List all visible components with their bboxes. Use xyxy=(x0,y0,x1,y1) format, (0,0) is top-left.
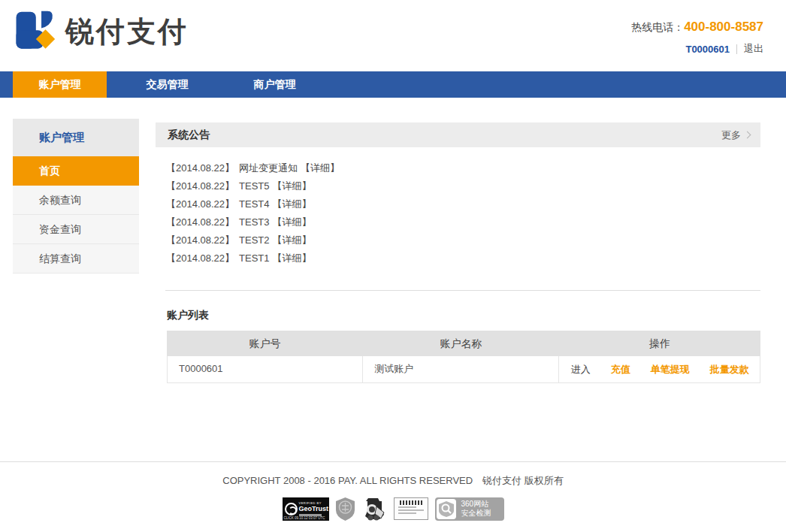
single-withdraw-link[interactable]: 单笔提现 xyxy=(651,357,690,382)
more-label: 更多 xyxy=(721,128,741,142)
column-header-account-name: 账户名称 xyxy=(363,331,559,356)
announcement-title-link[interactable]: TEST1 xyxy=(239,252,269,264)
security-shield-seal[interactable] xyxy=(336,497,355,521)
360-badge-texts: 360网站 安全检测 xyxy=(461,500,491,518)
announcement-title-link[interactable]: TEST2 xyxy=(239,234,269,246)
announcement-date: 【2014.08.22】 xyxy=(166,216,234,228)
geotrust-seal[interactable]: VERIFIED BY GeoTrust CLICK 09.10.12 03:0… xyxy=(283,497,329,521)
geotrust-verified-by: VERIFIED BY xyxy=(299,502,329,505)
page: 锐付支付 热线电话：400-800-8587 T0000601 退出 账户管理 … xyxy=(0,0,786,532)
user-line: T0000601 退出 xyxy=(631,42,763,56)
announcement-item: 【2014.08.22】TEST4【详细】 xyxy=(166,195,760,213)
copyright-text: COPYRIGHT 2008 - 2016 PAY. ALL RIGHTS RE… xyxy=(0,474,786,488)
cell-account-name: 测试账户 xyxy=(363,356,558,382)
announcement-detail-link[interactable]: 【详细】 xyxy=(273,252,312,264)
sidebar-title: 账户管理 xyxy=(13,119,139,156)
enter-link[interactable]: 进入 xyxy=(571,357,591,382)
table-row: T0000601 测试账户 进入 充值 单笔提现 批量发款 xyxy=(167,356,760,383)
geotrust-texts: VERIFIED BY GeoTrust xyxy=(299,502,329,516)
cell-account-no: T0000601 xyxy=(168,356,363,382)
announcement-date: 【2014.08.22】 xyxy=(166,198,234,210)
sidebar-item-balance-query[interactable]: 余额查询 xyxy=(13,186,139,215)
user-id-link[interactable]: T0000601 xyxy=(685,44,730,55)
main-content: 系统公告 更多 【2014.08.22】网址变更通知【详细】 【2014.08.… xyxy=(156,122,760,268)
logo-text: 锐付支付 xyxy=(65,10,189,53)
hotline-label: 热线电话： xyxy=(631,21,684,33)
sidebar-item-home[interactable]: 首页 xyxy=(13,156,139,186)
announcement-date: 【2014.08.22】 xyxy=(166,234,234,246)
geotrust-name: GeoTrust xyxy=(299,506,329,512)
logout-link[interactable]: 退出 xyxy=(744,42,763,56)
chevron-right-icon xyxy=(744,131,751,139)
360-site-safety-seal[interactable]: 360网站 安全检测 xyxy=(435,497,504,521)
certificate-line xyxy=(398,506,416,508)
nav-tab-account-management[interactable]: 账户管理 xyxy=(13,71,107,98)
account-table: 账户号 账户名称 操作 T0000601 测试账户 进入 充值 单笔提现 批量发… xyxy=(167,331,760,383)
announcements-list: 【2014.08.22】网址变更通知【详细】 【2014.08.22】TEST5… xyxy=(156,147,760,268)
announcement-title-link[interactable]: 网址变更通知 xyxy=(239,162,298,174)
account-list-title: 账户列表 xyxy=(167,309,209,322)
recharge-link[interactable]: 充值 xyxy=(611,357,630,382)
sidebar: 账户管理 首页 余额查询 资金查询 结算查询 xyxy=(13,119,139,274)
hotline: 热线电话：400-800-8587 xyxy=(631,20,763,35)
sidebar-item-funds-query[interactable]: 资金查询 xyxy=(13,215,139,244)
announcement-detail-link[interactable]: 【详细】 xyxy=(273,234,312,246)
header-right: 热线电话：400-800-8587 T0000601 退出 xyxy=(631,20,763,56)
network-police-emblem[interactable] xyxy=(361,496,387,521)
certificate-line xyxy=(398,509,424,511)
360-badge-line2: 安全检测 xyxy=(461,509,491,518)
divider xyxy=(736,44,737,54)
announcement-item: 【2014.08.22】TEST1【详细】 xyxy=(166,249,760,268)
certificate-line xyxy=(398,512,416,514)
announcement-item: 【2014.08.22】TEST3【详细】 xyxy=(166,213,760,231)
announcement-title-link[interactable]: TEST3 xyxy=(239,216,269,228)
main-nav: 账户管理 交易管理 商户管理 xyxy=(0,71,786,98)
table-header-row: 账户号 账户名称 操作 xyxy=(167,331,760,356)
sidebar-item-settlement-query[interactable]: 结算查询 xyxy=(13,244,139,274)
announcements-title: 系统公告 xyxy=(168,128,210,142)
logo[interactable]: 锐付支付 xyxy=(13,10,189,53)
nav-tab-transaction-management[interactable]: 交易管理 xyxy=(120,71,214,98)
announcement-detail-link[interactable]: 【详细】 xyxy=(273,180,312,192)
announcement-date: 【2014.08.22】 xyxy=(166,162,234,174)
360-shield-magnifier-icon xyxy=(437,499,456,519)
column-header-account-no: 账户号 xyxy=(167,331,363,356)
announcement-date: 【2014.08.22】 xyxy=(166,180,234,192)
announcement-date: 【2014.08.22】 xyxy=(166,252,234,264)
announcement-title-link[interactable]: TEST5 xyxy=(239,180,269,192)
header: 锐付支付 热线电话：400-800-8587 T0000601 退出 xyxy=(0,0,786,71)
announcement-detail-link[interactable]: 【详细】 xyxy=(273,216,312,228)
announcement-item: 【2014.08.22】网址变更通知【详细】 xyxy=(166,159,760,177)
certificate-title-text xyxy=(400,500,422,505)
nav-tab-merchant-management[interactable]: 商户管理 xyxy=(228,71,322,98)
certification-badges: VERIFIED BY GeoTrust CLICK 09.10.12 03:0… xyxy=(0,496,786,521)
column-header-actions: 操作 xyxy=(559,331,760,356)
section-divider xyxy=(165,290,760,291)
announcement-detail-link[interactable]: 【详细】 xyxy=(301,162,340,174)
360-badge-line1: 360网站 xyxy=(461,500,491,509)
batch-pay-link[interactable]: 批量发款 xyxy=(710,357,749,382)
license-certificate-seal[interactable] xyxy=(394,497,428,520)
announcement-item: 【2014.08.22】TEST2【详细】 xyxy=(166,231,760,249)
announcement-title-link[interactable]: TEST4 xyxy=(239,198,269,210)
geotrust-timestamp: CLICK 09.10.12 03:07 UTC xyxy=(284,516,325,520)
logo-icon xyxy=(13,10,56,53)
cell-actions: 进入 充值 单笔提现 批量发款 xyxy=(559,356,760,382)
announcement-detail-link[interactable]: 【详细】 xyxy=(273,198,312,210)
hotline-number: 400-800-8587 xyxy=(684,20,763,34)
geotrust-logo-icon xyxy=(285,503,298,515)
announcements-header: 系统公告 更多 xyxy=(156,122,760,147)
announcement-item: 【2014.08.22】TEST5【详细】 xyxy=(166,177,760,195)
more-link[interactable]: 更多 xyxy=(721,128,750,142)
footer-divider xyxy=(0,461,786,462)
